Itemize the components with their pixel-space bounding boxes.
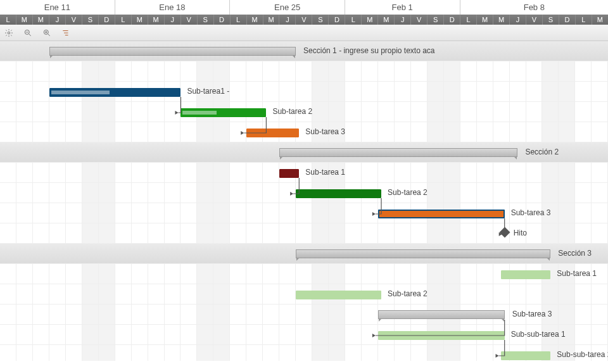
day-header: L <box>115 15 132 25</box>
day-header: M <box>148 15 165 25</box>
day-header: S <box>198 15 214 25</box>
task-bar[interactable] <box>378 210 505 218</box>
week-header: Feb 1 <box>345 0 460 15</box>
task-row: Sub-sub-tarea 1 <box>0 325 608 345</box>
weeks-row: Ene 11Ene 18Ene 25Feb 1Feb 8 <box>0 0 608 15</box>
task-bar[interactable] <box>246 129 299 137</box>
row-label: Sección 1 - ingrese su propio texto aca <box>303 46 434 55</box>
row-label: Sección 3 <box>558 249 592 258</box>
task-bar[interactable] <box>296 189 381 198</box>
task-row: Sub-tarea 3 <box>0 203 608 223</box>
task-bar[interactable] <box>49 88 181 97</box>
day-header: M <box>362 15 378 25</box>
outline-icon[interactable] <box>61 28 71 38</box>
summary-bar[interactable] <box>49 47 296 56</box>
day-header: L <box>231 15 247 25</box>
row-label: Sub-tarea 3 <box>305 127 345 136</box>
day-header: M <box>33 15 49 25</box>
task-progress <box>51 91 110 94</box>
row-label: Hito <box>514 229 527 237</box>
row-label: Sub-sub-tarea 2 <box>557 350 608 359</box>
gantt-chart: Ene 11Ene 18Ene 25Feb 1Feb 8 LMMJVSDLMMJ… <box>0 0 608 364</box>
milestone-diamond[interactable] <box>499 227 510 238</box>
day-header: L <box>0 15 16 25</box>
task-row: Sub-tarea 3 <box>0 304 608 325</box>
task-row: Sub-tarea1 - <box>0 82 608 102</box>
day-header: L <box>460 15 477 25</box>
day-header: M <box>477 15 493 25</box>
days-row: LMMJVSDLMMJVSDLMMJVSDLMMJVSDLMMJVSDLM <box>0 15 608 25</box>
day-header: S <box>82 15 99 25</box>
day-header: M <box>132 15 148 25</box>
day-header: D <box>444 15 460 25</box>
day-header: V <box>181 15 198 25</box>
week-header: Ene 11 <box>0 0 115 15</box>
task-progress <box>182 111 216 115</box>
task-row: Sub-tarea 2 <box>0 183 608 203</box>
day-header: S <box>312 15 329 25</box>
row-label: Sub-tarea 3 <box>511 208 551 217</box>
day-header: D <box>214 15 231 25</box>
row-label: Sub-tarea 3 <box>512 310 552 318</box>
day-header: M <box>493 15 510 25</box>
gear-icon[interactable] <box>4 28 14 38</box>
row-label: Sub-tarea1 - <box>187 87 229 96</box>
zoom-out-icon[interactable] <box>23 28 33 38</box>
task-bar[interactable] <box>378 331 505 340</box>
task-bar[interactable] <box>180 108 266 117</box>
day-header: J <box>395 15 411 25</box>
task-row: Sub-tarea 2 <box>0 284 608 304</box>
day-header: J <box>49 15 66 25</box>
blank-row <box>0 61 608 82</box>
day-header: S <box>543 15 559 25</box>
row-label: Sub-tarea 2 <box>388 289 428 298</box>
day-header: J <box>165 15 181 25</box>
day-header: D <box>559 15 576 25</box>
day-header: M <box>263 15 280 25</box>
milestone-row: Hito <box>0 223 608 244</box>
task-bar[interactable] <box>279 169 299 178</box>
task-row: Sub-tarea 3 <box>0 122 608 142</box>
gantt-rows: Sección 1 - ingrese su propio texto acaS… <box>0 41 608 361</box>
day-header: V <box>526 15 543 25</box>
task-bar[interactable] <box>296 291 381 299</box>
day-header: M <box>592 15 608 25</box>
zoom-in-icon[interactable] <box>42 28 52 38</box>
day-header: J <box>510 15 526 25</box>
timescale-header: Ene 11Ene 18Ene 25Feb 1Feb 8 LMMJVSDLMMJ… <box>0 0 608 25</box>
row-label: Sub-tarea 1 <box>305 168 345 177</box>
day-header: D <box>329 15 345 25</box>
task-row: Sub-tarea 2 <box>0 102 608 122</box>
task-row: Sub-tarea 1 <box>0 163 608 183</box>
day-header: V <box>411 15 428 25</box>
day-header: M <box>247 15 263 25</box>
summary-bar[interactable] <box>296 249 550 258</box>
section-row: Sección 1 - ingrese su propio texto aca <box>0 41 608 61</box>
row-label: Sub-sub-tarea 1 <box>511 330 566 339</box>
task-row: Sub-tarea 1 <box>0 264 608 284</box>
task-bar[interactable] <box>501 351 550 360</box>
day-header: L <box>345 15 362 25</box>
day-header: L <box>576 15 592 25</box>
task-row: Sub-sub-tarea 2 <box>0 345 608 364</box>
day-header: V <box>296 15 312 25</box>
row-label: Sub-tarea 2 <box>272 107 312 116</box>
task-bar[interactable] <box>501 270 550 279</box>
week-header: Ene 25 <box>230 0 345 15</box>
day-header: J <box>279 15 296 25</box>
day-header: M <box>16 15 33 25</box>
row-label: Sub-tarea 2 <box>388 188 428 197</box>
week-header: Feb 8 <box>460 0 608 15</box>
row-label: Sub-tarea 1 <box>557 269 597 278</box>
day-header: S <box>428 15 444 25</box>
gantt-grid[interactable]: Sección 1 - ingrese su propio texto acaS… <box>0 41 608 361</box>
summary-bar[interactable] <box>279 148 517 157</box>
section-row: Sección 3 <box>0 244 608 264</box>
day-header: V <box>66 15 82 25</box>
row-label: Sección 2 <box>525 147 559 156</box>
svg-point-0 <box>8 32 10 34</box>
summary-bar[interactable] <box>378 310 505 319</box>
day-header: M <box>378 15 395 25</box>
section-row: Sección 2 <box>0 142 608 163</box>
week-header: Ene 18 <box>115 0 231 15</box>
